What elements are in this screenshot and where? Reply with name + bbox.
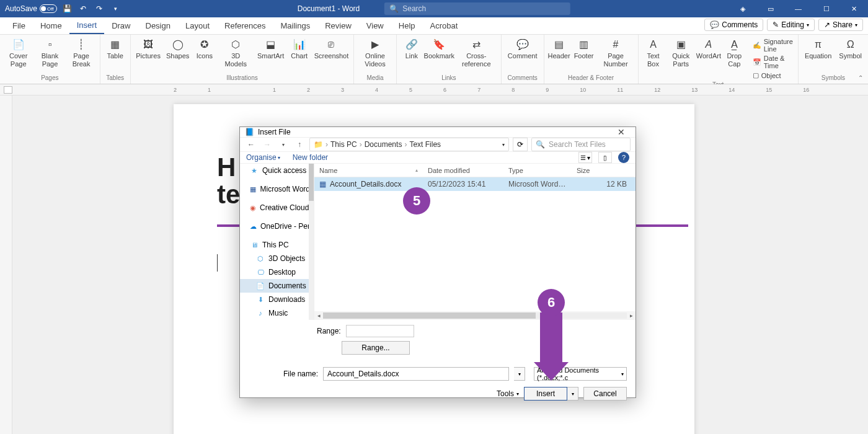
tree-quick-access[interactable]: ★Quick access [240, 164, 314, 177]
shapes-button[interactable]: ◯Shapes [164, 37, 191, 61]
cover-page-button[interactable]: 📄Cover Page [4, 37, 33, 69]
3d-models-button[interactable]: ⬡3D Models [218, 37, 254, 69]
tree-creative-cloud[interactable]: ◉Creative Cloud File [240, 201, 314, 215]
preview-pane-button[interactable]: ▯ [598, 152, 612, 163]
col-name[interactable]: Name▴ [314, 167, 423, 174]
breadcrumb-item[interactable]: Documents [365, 140, 402, 149]
smartart-button[interactable]: ⬓SmartArt [256, 37, 286, 61]
link-button[interactable]: 🔗Link [401, 37, 423, 61]
search-files-input[interactable]: 🔍 Search Text Files [531, 138, 631, 151]
qat-customize-icon[interactable]: ▾ [109, 2, 122, 15]
header-button[interactable]: ▤Header [548, 37, 570, 61]
range-button[interactable]: Range... [342, 341, 410, 355]
collapse-ribbon-icon[interactable]: ⌃ [858, 74, 863, 81]
search-box[interactable]: 🔍 Search [384, 2, 570, 15]
column-headers[interactable]: Name▴ Date modified Type Size [314, 164, 636, 177]
insert-button[interactable]: Insert [524, 387, 567, 401]
nav-back-button[interactable]: ← [245, 140, 257, 149]
scroll-right-icon[interactable]: ▸ [627, 312, 636, 319]
tab-file[interactable]: File [5, 17, 33, 34]
file-row-selected[interactable]: ▦Account_Details.docx 05/12/2023 15:41 M… [314, 177, 636, 191]
dialog-close-button[interactable]: ✕ [612, 127, 631, 137]
new-folder-button[interactable]: New folder [293, 153, 328, 162]
tree-music[interactable]: ♪Music [240, 306, 314, 320]
tab-acrobat[interactable]: Acrobat [423, 17, 466, 34]
symbol-button[interactable]: ΩSymbol [836, 37, 864, 61]
tree-this-pc[interactable]: 🖥This PC [240, 238, 314, 252]
maximize-button[interactable]: ☐ [812, 0, 840, 17]
comment-button[interactable]: 💬Comment [505, 37, 540, 61]
help-button[interactable]: ? [618, 152, 629, 163]
vertical-ruler[interactable] [0, 95, 12, 434]
breadcrumb-item[interactable]: This PC [330, 140, 357, 149]
redo-icon[interactable]: ↷ [93, 2, 105, 15]
share-button[interactable]: ↗Share▾ [818, 19, 863, 31]
bookmark-button[interactable]: 🔖Bookmark [425, 37, 453, 61]
scroll-left-icon[interactable]: ◂ [314, 312, 323, 319]
address-bar[interactable]: 📁 › This PC › Documents › Text Files ▾ [309, 138, 509, 151]
table-button[interactable]: ▦Table [104, 37, 126, 61]
range-input[interactable] [346, 325, 414, 337]
cross-reference-button[interactable]: ⇄Cross-reference [456, 37, 497, 69]
tree-desktop[interactable]: 🖵Desktop [240, 265, 314, 279]
refresh-button[interactable]: ⟳ [513, 138, 528, 151]
cancel-button[interactable]: Cancel [583, 387, 627, 401]
tab-view[interactable]: View [359, 17, 391, 34]
tab-references[interactable]: References [217, 17, 273, 34]
window-mode-icon[interactable]: ▭ [756, 0, 784, 17]
equation-button[interactable]: πEquation [802, 37, 834, 61]
filename-input[interactable] [323, 367, 509, 381]
col-date[interactable]: Date modified [423, 167, 503, 174]
object-button[interactable]: ▢Object [751, 71, 794, 80]
nav-up-button[interactable]: ↑ [293, 140, 306, 149]
dialog-titlebar[interactable]: 📘Insert File ✕ [240, 127, 636, 138]
tab-insert[interactable]: Insert [69, 17, 105, 34]
icons-button[interactable]: ✪Icons [193, 37, 216, 61]
view-options-button[interactable]: ☰ ▾ [578, 152, 592, 163]
tree-word[interactable]: ▦Microsoft Word [240, 182, 314, 196]
comments-button[interactable]: 💬Comments [704, 19, 763, 31]
quick-parts-button[interactable]: ▣Quick Parts [667, 37, 695, 69]
drop-cap-button[interactable]: A̲Drop Cap [722, 37, 746, 69]
col-size[interactable]: Size [572, 167, 636, 174]
tree-scrollbar[interactable] [309, 164, 314, 320]
col-type[interactable]: Type [503, 167, 572, 174]
insert-dropdown[interactable]: ▾ [567, 387, 578, 401]
page-number-button[interactable]: #Page Number [598, 37, 634, 69]
tree-downloads[interactable]: ⬇Downloads [240, 293, 314, 306]
breadcrumb-item[interactable]: Text Files [409, 140, 441, 149]
online-videos-button[interactable]: ▶Online Videos [358, 37, 392, 69]
tab-design[interactable]: Design [138, 17, 178, 34]
footer-button[interactable]: ▥Footer [573, 37, 595, 61]
close-button[interactable]: ✕ [840, 0, 868, 17]
save-icon[interactable]: 💾 [61, 2, 73, 15]
page-break-button[interactable]: ┊Page Break [67, 37, 96, 69]
editing-mode-button[interactable]: ✎Editing▾ [767, 19, 815, 31]
filename-history-dropdown[interactable]: ▾ [514, 367, 525, 381]
pictures-button[interactable]: 🖼Pictures [135, 37, 162, 61]
nav-recent-dropdown[interactable]: ▾ [277, 142, 290, 148]
horizontal-ruler[interactable]: 211234567891011121314151618 [0, 84, 868, 95]
breadcrumb-dropdown-icon[interactable]: ▾ [502, 142, 505, 148]
autosave-toggle[interactable]: AutoSave Off [5, 4, 57, 13]
tree-3d-objects[interactable]: ⬡3D Objects [240, 252, 314, 265]
blank-page-button[interactable]: ▫Blank Page [35, 37, 64, 69]
text-box-button[interactable]: AText Box [642, 37, 665, 69]
tab-layout[interactable]: Layout [178, 17, 217, 34]
tree-documents[interactable]: 📄Documents [240, 279, 314, 293]
tools-dropdown[interactable]: Tools ▾ [497, 389, 519, 398]
navigation-tree[interactable]: ★Quick access ▦Microsoft Word ◉Creative … [240, 164, 314, 320]
chart-button[interactable]: 📊Chart [288, 37, 311, 61]
signature-line-button[interactable]: ✍Signature Line [751, 37, 794, 53]
organise-button[interactable]: Organise ▾ [246, 153, 280, 162]
tab-home[interactable]: Home [33, 17, 69, 34]
tab-draw[interactable]: Draw [104, 17, 138, 34]
undo-icon[interactable]: ↶ [77, 2, 89, 15]
ribbon-display-icon[interactable]: ◈ [728, 0, 756, 17]
wordart-button[interactable]: AWordArt [698, 37, 720, 61]
screenshot-button[interactable]: ⎚Screenshot [313, 37, 350, 61]
tab-selector[interactable] [4, 86, 12, 94]
date-time-button[interactable]: 📅Date & Time [751, 54, 794, 70]
minimize-button[interactable]: — [784, 0, 812, 17]
nav-forward-button[interactable]: → [261, 140, 273, 149]
